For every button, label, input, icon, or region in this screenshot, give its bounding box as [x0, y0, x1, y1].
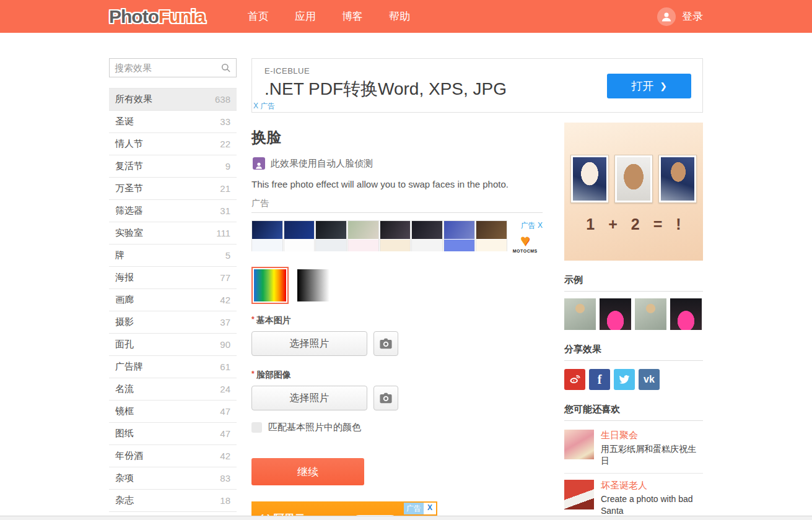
suggestion-link[interactable]: 坏圣诞老人 [601, 480, 703, 492]
faceswap-promo-ad[interactable]: 1 + 2 = ! [564, 123, 703, 261]
category-item-faces[interactable]: 面孔90 [109, 334, 237, 356]
category-item-galleries[interactable]: 画廊42 [109, 289, 237, 311]
match-colors-row: 匹配基本照片中的颜色 [251, 422, 543, 433]
photofunia-logo[interactable]: PhotoFunia [109, 6, 205, 27]
category-item-valentines[interactable]: 情人节22 [109, 133, 237, 155]
facebook-icon: f [598, 373, 602, 387]
suggestions-list: 生日聚会 用五彩纸屑和蛋糕庆祝生日 坏圣诞老人 Create a photo w… [564, 428, 703, 520]
category-item-photography[interactable]: 摄影37 [109, 311, 237, 334]
match-colors-checkbox[interactable] [251, 422, 262, 433]
category-item-lab[interactable]: 实验室111 [109, 222, 237, 245]
category-item-filters[interactable]: 筛选器31 [109, 200, 237, 222]
ad-close-icon[interactable]: X [424, 503, 436, 514]
camera-icon [379, 392, 393, 404]
category-item-misc[interactable]: 杂项83 [109, 467, 237, 490]
face-photo-camera-button[interactable] [373, 386, 398, 410]
suggestion-bad-santa[interactable]: 坏圣诞老人 Create a photo with bad Santa [564, 474, 703, 520]
effect-description: This free photo effect will allow you to… [251, 179, 543, 189]
example-thumb[interactable] [635, 298, 666, 330]
face-photo-choose-button[interactable]: 选择照片 [251, 386, 367, 410]
ad-thumb[interactable] [443, 220, 475, 251]
ad-tag-close[interactable]: 广告 X [521, 220, 543, 231]
swatch-grayscale[interactable] [297, 269, 330, 301]
weibo-share-button[interactable] [564, 369, 585, 390]
share-title: 分享效果 [564, 344, 703, 361]
nav-item-help[interactable]: 帮助 [376, 0, 423, 33]
match-colors-label: 匹配基本照片中的颜色 [268, 422, 361, 433]
right-sidebar: 1 + 2 = ! 示例 分享效果 [564, 123, 703, 520]
category-item-halloween[interactable]: 万圣节21 [109, 178, 237, 200]
template-ad-strip: 广告 X ♥ MOTOCMS [251, 220, 543, 253]
site-header: PhotoFunia 首页 应用 博客 帮助 登录 [0, 0, 812, 33]
base-photo-label: *基本图片 [251, 315, 543, 326]
main-content: E-ICEBLUE .NET PDF转换Word, XPS, JPG 打开 ❯ … [251, 58, 703, 520]
footer-strip [0, 516, 812, 520]
example-thumb[interactable] [600, 298, 631, 330]
category-item-drawings[interactable]: 图纸47 [109, 423, 237, 445]
style-swatches [251, 269, 543, 301]
example-thumb[interactable] [564, 298, 596, 330]
example-thumbs [564, 298, 703, 330]
ad-thumb[interactable] [411, 220, 443, 251]
page-title: 换脸 [251, 128, 543, 147]
search-input[interactable] [115, 63, 220, 73]
suggestion-desc: Create a photo with bad Santa [601, 493, 703, 517]
ad-thumb[interactable] [476, 220, 507, 251]
category-item-posters[interactable]: 海报77 [109, 267, 237, 289]
top-banner-ad[interactable]: E-ICEBLUE .NET PDF转换Word, XPS, JPG 打开 ❯ … [251, 58, 703, 113]
share-buttons: f vk [564, 369, 703, 390]
category-item-all[interactable]: 所有效果638 [109, 88, 237, 111]
category-item-billboards[interactable]: 广告牌61 [109, 356, 237, 378]
category-item-easter[interactable]: 复活节9 [109, 155, 237, 178]
logo-part-photo: Photo [109, 6, 159, 27]
face-detection-icon [253, 157, 265, 170]
twitter-share-button[interactable] [614, 369, 635, 390]
category-item-magazines[interactable]: 杂志18 [109, 490, 237, 512]
examples-title: 示例 [564, 274, 703, 292]
category-item-celebrities[interactable]: 名流24 [109, 378, 237, 401]
category-item-vintage[interactable]: 年份酒42 [109, 445, 237, 467]
motocms-ad-logo[interactable]: 广告 X ♥ MOTOCMS [508, 220, 543, 253]
nav-item-home[interactable]: 首页 [235, 0, 282, 33]
promo-photo-result [658, 155, 697, 203]
vk-share-button[interactable]: vk [639, 369, 660, 390]
ad-thumb[interactable] [315, 220, 347, 251]
ad-thumb[interactable] [284, 220, 315, 251]
example-thumb[interactable] [670, 298, 702, 330]
main-nav: 首页 应用 博客 帮助 [235, 0, 423, 33]
suggestion-birthday-party[interactable]: 生日聚会 用五彩纸屑和蛋糕庆祝生日 [564, 428, 703, 474]
login-label: 登录 [682, 9, 703, 24]
swatch-color-selected[interactable] [251, 267, 289, 304]
adchoices-close[interactable]: X 广告 [253, 101, 275, 111]
continue-button[interactable]: 继续 [251, 458, 364, 485]
facebook-share-button[interactable]: f [589, 369, 610, 390]
category-item-christmas[interactable]: 圣诞33 [109, 111, 237, 133]
motocms-heart-icon: ♥ [520, 232, 530, 248]
suggestion-link[interactable]: 生日聚会 [601, 430, 703, 441]
face-detection-note: 此效果使用自动人脸侦测 [253, 157, 543, 170]
base-photo-choose-button[interactable]: 选择照片 [251, 331, 367, 356]
category-item-frames[interactable]: 镜框47 [109, 401, 237, 423]
suggestion-thumb[interactable] [564, 430, 594, 459]
ad-section-label: 广告 [251, 198, 543, 213]
search-icon[interactable] [220, 63, 231, 73]
search-box [109, 58, 237, 77]
ad-open-button[interactable]: 打开 ❯ [607, 74, 691, 98]
base-photo-camera-button[interactable] [373, 331, 398, 356]
suggestion-thumb[interactable] [564, 480, 594, 509]
promo-photo-base [570, 155, 609, 203]
login-button[interactable]: 登录 [657, 7, 703, 26]
category-list: 所有效果638 圣诞33 情人节22 复活节9 万圣节21 筛选器31 实验室1… [109, 88, 237, 520]
ad-thumb[interactable] [347, 220, 379, 251]
motocms-brand-label: MOTOCMS [513, 249, 538, 253]
chevron-right-icon: ❯ [660, 81, 667, 91]
ad-thumb[interactable] [380, 220, 411, 251]
nav-item-blog[interactable]: 博客 [329, 0, 376, 33]
ad-thumb[interactable] [251, 220, 283, 251]
weibo-icon [569, 373, 581, 386]
promo-equation: 1 + 2 = ! [586, 215, 681, 233]
category-item-cards[interactable]: 牌5 [109, 245, 237, 267]
nav-item-apps[interactable]: 应用 [282, 0, 329, 33]
logo-part-funia: Funia [159, 6, 205, 27]
promo-photo-face [614, 155, 653, 203]
